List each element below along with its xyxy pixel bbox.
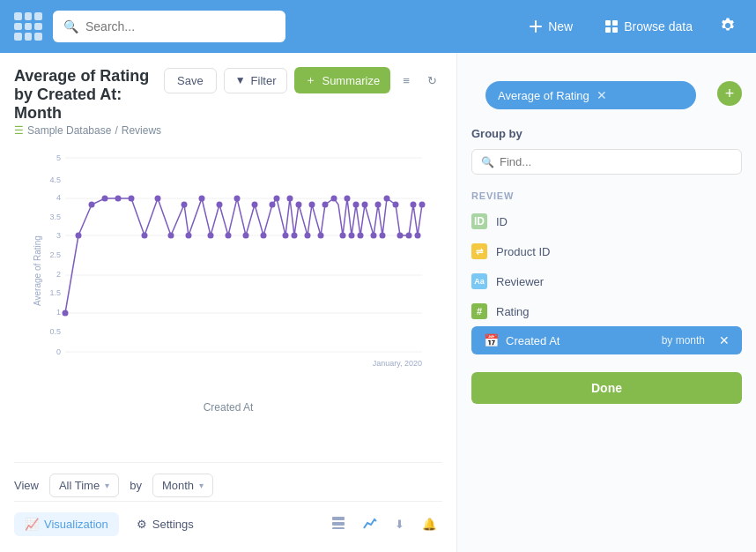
svg-point-54 (349, 233, 355, 239)
svg-point-28 (142, 233, 148, 239)
num-field-icon: # (471, 303, 487, 319)
svg-point-24 (89, 202, 95, 208)
field-item-product-id[interactable]: ⇌ Product ID (457, 236, 756, 266)
x-axis-label: Created At (14, 401, 442, 414)
summarize-button[interactable]: ＋ Summarize (294, 67, 390, 93)
month-dropdown[interactable]: Month ▾ (152, 474, 213, 497)
chart-area: 5 4.5 4 3.5 3 2.5 2 1.5 1 0.5 0 Average … (14, 147, 442, 455)
search-icon: 🔍 (63, 19, 78, 34)
search-bar[interactable]: 🔍 (53, 11, 285, 42)
svg-point-50 (322, 202, 329, 208)
svg-point-38 (243, 233, 249, 239)
svg-text:2: 2 (56, 270, 61, 279)
svg-text:0: 0 (56, 347, 61, 356)
metric-pill[interactable]: Average of Rating ✕ (485, 81, 696, 109)
browse-data-button[interactable]: Browse data (594, 14, 703, 39)
field-item-reviewer[interactable]: Aa Reviewer (457, 266, 756, 296)
svg-point-34 (208, 233, 214, 239)
svg-point-30 (168, 233, 174, 239)
svg-point-31 (182, 202, 188, 208)
remove-metric-button[interactable]: ✕ (597, 88, 607, 102)
view-controls: View All Time ▾ by Month ▾ (14, 462, 442, 497)
svg-point-60 (380, 233, 386, 239)
gear-icon (719, 17, 737, 34)
left-panel: Average of Rating by Created At: Month ☰… (0, 53, 456, 552)
alert-button[interactable]: 🔔 (417, 512, 442, 536)
save-button[interactable]: Save (164, 68, 217, 93)
visualization-button[interactable]: 📈 Visualization (14, 512, 119, 536)
search-input[interactable] (85, 19, 275, 34)
svg-point-27 (129, 196, 135, 202)
download-button[interactable]: ⬇ (389, 512, 410, 536)
svg-point-26 (115, 196, 122, 202)
settings-gear-icon: ⚙ (137, 518, 147, 531)
svg-text:4: 4 (56, 193, 61, 202)
svg-text:2.5: 2.5 (49, 250, 61, 259)
svg-point-62 (393, 202, 399, 208)
group-by-search[interactable]: 🔍 (471, 149, 742, 175)
svg-point-47 (305, 233, 311, 239)
svg-rect-1 (612, 20, 618, 26)
new-button[interactable]: New (518, 14, 583, 39)
settings-button[interactable] (714, 11, 742, 42)
line-chart-button[interactable] (358, 511, 382, 538)
svg-point-44 (287, 196, 293, 202)
x-end-label: January, 2020 (373, 359, 422, 368)
refresh-button[interactable]: ↻ (422, 69, 442, 93)
svg-point-46 (296, 202, 302, 208)
svg-text:4.5: 4.5 (49, 175, 61, 184)
svg-text:3: 3 (56, 231, 61, 240)
add-metric-button[interactable]: + (717, 81, 742, 106)
created-at-label: Created At (506, 334, 560, 347)
chevron-down-icon: ▾ (199, 481, 204, 490)
svg-point-65 (411, 202, 417, 208)
svg-point-67 (419, 202, 426, 208)
done-button[interactable]: Done (471, 372, 742, 404)
field-name-id: ID (496, 215, 508, 228)
svg-point-32 (186, 233, 192, 239)
svg-point-52 (340, 233, 346, 239)
svg-point-42 (274, 196, 280, 202)
calendar-icon: 📅 (484, 333, 499, 347)
svg-point-39 (252, 202, 258, 208)
settings-tab-button[interactable]: ⚙ Settings (126, 512, 204, 536)
field-item-rating[interactable]: # Rating (457, 296, 756, 326)
top-navigation: 🔍 New Browse data (0, 0, 756, 53)
breadcrumb-table[interactable]: Reviews (122, 124, 161, 137)
table-view-button[interactable] (326, 511, 351, 538)
page-title: Average of Rating by Created At: Month (14, 67, 164, 123)
plus-circle-icon: ＋ (305, 72, 316, 88)
svg-point-45 (292, 233, 298, 239)
svg-text:Average of Rating: Average of Rating (33, 235, 42, 306)
remove-created-at-button[interactable]: ✕ (719, 333, 730, 347)
id-field-icon: ID (471, 213, 487, 229)
row-view-button[interactable]: ≡ (397, 69, 415, 93)
created-at-active-field[interactable]: 📅 Created At by month ✕ (471, 326, 742, 354)
svg-rect-0 (605, 20, 611, 26)
svg-point-36 (226, 233, 232, 239)
group-by-search-input[interactable] (500, 155, 732, 168)
svg-point-58 (371, 233, 377, 239)
breadcrumb-db[interactable]: Sample Database (27, 124, 111, 137)
time-range-dropdown[interactable]: All Time ▾ (49, 474, 119, 497)
group-by-title: Group by (471, 127, 742, 140)
by-label: by (130, 479, 142, 492)
page-header: Average of Rating by Created At: Month ☰… (14, 67, 442, 147)
svg-point-59 (375, 202, 382, 208)
svg-text:5: 5 (56, 153, 61, 162)
svg-point-51 (331, 196, 337, 202)
logo-icon[interactable] (14, 12, 42, 41)
section-header: REVIEW (457, 185, 756, 206)
svg-text:1.5: 1.5 (49, 288, 61, 297)
svg-point-49 (318, 233, 324, 239)
svg-rect-3 (612, 27, 618, 33)
svg-point-25 (102, 196, 108, 202)
svg-point-64 (406, 233, 412, 239)
field-name-reviewer: Reviewer (496, 275, 544, 288)
field-item-id[interactable]: ID ID (457, 206, 756, 236)
filter-button[interactable]: ▼ Filter (224, 68, 288, 93)
svg-text:0.5: 0.5 (49, 327, 61, 336)
field-name-product-id: Product ID (496, 245, 550, 258)
svg-text:1: 1 (56, 308, 61, 317)
svg-point-37 (234, 196, 241, 202)
